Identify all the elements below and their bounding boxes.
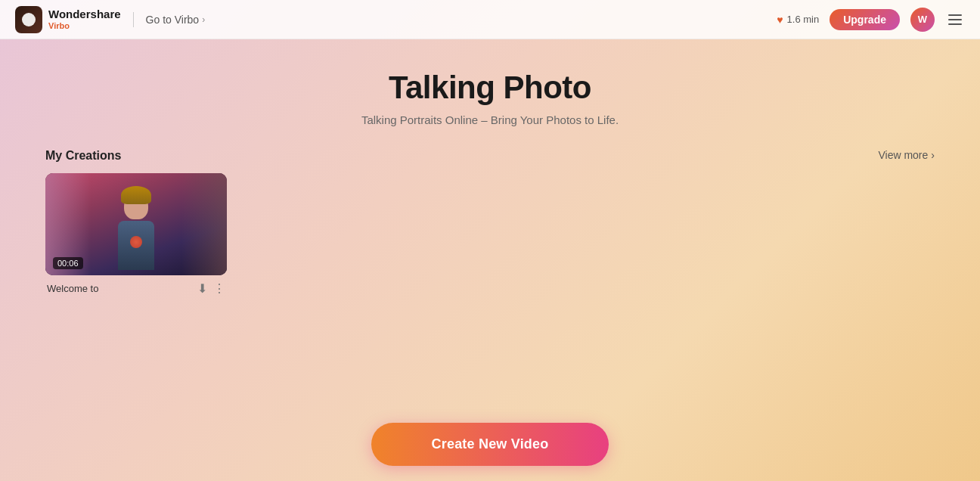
menu-line-2 [948, 19, 962, 20]
creation-card: 00:06 Welcome to ⬇ ⋮ [45, 173, 227, 296]
thumbnail-figure [110, 192, 163, 275]
more-options-icon[interactable]: ⋮ [213, 281, 225, 296]
minutes-value: 1.6 min [787, 14, 820, 25]
navbar: Wondershare Virbo Go to Virbo › ♥ 1.6 mi… [0, 0, 980, 39]
page-subtitle: Talking Portraits Online – Bring Your Ph… [45, 113, 935, 126]
heart-icon: ♥ [777, 14, 783, 26]
avatar[interactable]: W [910, 8, 935, 32]
card-name: Welcome to [47, 283, 98, 294]
go-to-virbo-label: Go to Virbo [146, 14, 200, 26]
view-more-link[interactable]: View more › [878, 149, 935, 161]
view-more-label: View more [878, 149, 928, 161]
figure-body [118, 221, 154, 270]
navbar-left: Wondershare Virbo Go to Virbo › [15, 6, 205, 33]
main-content: Talking Photo Talking Portraits Online –… [0, 39, 980, 296]
thumbnail-overlay-right [181, 173, 227, 275]
navbar-right: ♥ 1.6 min Upgrade W [777, 8, 965, 32]
duration-badge: 00:06 [53, 257, 83, 269]
chevron-right-icon: › [202, 14, 205, 25]
logo-area: Wondershare Virbo [15, 6, 121, 33]
brand-name: Wondershare [48, 8, 121, 21]
view-more-chevron-icon: › [931, 149, 935, 161]
creations-section: My Creations View more › 00:06 [45, 149, 935, 296]
section-title: My Creations [45, 149, 121, 163]
card-thumbnail[interactable]: 00:06 [45, 173, 227, 275]
go-to-virbo-link[interactable]: Go to Virbo › [146, 14, 206, 26]
download-icon[interactable]: ⬇ [197, 281, 207, 296]
upgrade-button[interactable]: Upgrade [830, 9, 900, 30]
minutes-badge: ♥ 1.6 min [777, 14, 819, 26]
logo-text-block: Wondershare Virbo [48, 8, 121, 30]
product-name: Virbo [48, 21, 121, 30]
hamburger-menu-button[interactable] [945, 11, 965, 28]
section-header: My Creations View more › [45, 149, 935, 163]
create-new-video-button[interactable]: Create New Video [371, 423, 609, 466]
page-title: Talking Photo [45, 70, 935, 106]
menu-line-1 [948, 14, 962, 16]
logo-icon [15, 6, 42, 33]
navbar-divider [133, 12, 134, 27]
create-btn-container: Create New Video [0, 423, 980, 481]
card-footer: Welcome to ⬇ ⋮ [45, 281, 227, 296]
page-header: Talking Photo Talking Portraits Online –… [45, 70, 935, 126]
figure-head [124, 192, 148, 219]
card-actions: ⬇ ⋮ [197, 281, 225, 296]
menu-line-3 [948, 23, 962, 25]
